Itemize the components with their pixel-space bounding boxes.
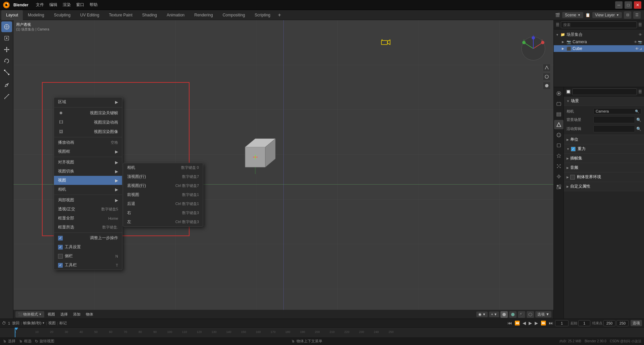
menu-item-play-animation[interactable]: 播放动画 空格 bbox=[54, 138, 122, 147]
tab-modeling[interactable]: Modeling bbox=[23, 10, 49, 20]
menu-item-render-keyframe[interactable]: ⏺ 视图渲染关键帧 bbox=[54, 108, 122, 118]
menu-item-perspective[interactable]: 透视/正交 数字键盘5 bbox=[54, 205, 122, 214]
maximize-btn[interactable]: □ bbox=[625, 1, 632, 9]
camera-eyedropper[interactable]: 🔍 bbox=[635, 110, 639, 113]
start-frame-input[interactable]: 1 bbox=[578, 320, 590, 326]
scene-selector[interactable]: Scene ▼ bbox=[562, 12, 583, 18]
end-frame-2[interactable]: 250 bbox=[616, 320, 629, 326]
menu-item-viewport-frame[interactable]: 视图框 ▶ bbox=[54, 147, 122, 156]
menu-edit[interactable]: 编辑 bbox=[47, 1, 60, 8]
scene-collection-vis[interactable]: 👁 bbox=[639, 33, 642, 37]
tab-uv-editing[interactable]: UV Editing bbox=[75, 10, 104, 20]
tool-move[interactable] bbox=[1, 44, 12, 55]
menu-help[interactable]: 帮助 bbox=[87, 1, 100, 8]
menu-item-render-image[interactable]: 🖼 视图渲染图像 bbox=[54, 127, 122, 136]
props-tab-object[interactable] bbox=[554, 141, 564, 150]
viewport[interactable]: 用户透视 (1) 场景集合 | Camera bbox=[13, 20, 553, 319]
active-clip-icon[interactable]: 🔍 bbox=[636, 127, 641, 131]
menu-item-camera[interactable]: 相机 ▶ bbox=[54, 185, 122, 194]
bg-scene-value[interactable] bbox=[593, 116, 635, 123]
tab-animation[interactable]: Animation bbox=[162, 10, 189, 20]
tab-scripting[interactable]: Scripting bbox=[250, 10, 275, 20]
submenu-bottom-view[interactable]: 底视图(行) Ctrl 数字键盘7 bbox=[123, 181, 203, 190]
active-clip-value[interactable] bbox=[593, 125, 635, 132]
filter-icon[interactable]: ☰ bbox=[633, 11, 641, 19]
markers-btn[interactable]: 标记 bbox=[59, 321, 67, 326]
menu-item-toolbar[interactable]: ✓ 工具栏 T bbox=[54, 261, 122, 270]
outliner-search[interactable] bbox=[561, 21, 637, 28]
submenu-right-view[interactable]: 右 数字键盘3 bbox=[123, 208, 203, 217]
props-tab-scene[interactable] bbox=[554, 120, 564, 129]
props-filter-btn[interactable]: ☰ bbox=[638, 89, 642, 94]
menu-file[interactable]: 文件 bbox=[33, 1, 47, 8]
viewport-menu-add[interactable]: 添加 bbox=[71, 311, 83, 318]
options-btn-timeline[interactable]: 选项 bbox=[631, 320, 642, 326]
rigid-world-checkbox[interactable] bbox=[570, 175, 575, 180]
menu-item-area[interactable]: 区域 ▶ bbox=[54, 97, 122, 107]
viewport-menu-object[interactable]: 物体 bbox=[84, 311, 95, 318]
rigid-world-header[interactable]: ▶ 刚体世界环境 bbox=[564, 172, 644, 182]
scene-section-header[interactable]: ▼ 场景 bbox=[564, 96, 644, 106]
tab-compositing[interactable]: Compositing bbox=[218, 10, 250, 20]
vp-local-view-btn[interactable] bbox=[543, 73, 551, 81]
tab-texture-paint[interactable]: Texture Paint bbox=[104, 10, 137, 20]
tool-scale[interactable] bbox=[1, 67, 12, 78]
props-tab-texture[interactable] bbox=[554, 182, 564, 192]
props-tab-output[interactable] bbox=[554, 99, 564, 109]
options-btn[interactable]: 选项 ▼ bbox=[535, 311, 551, 318]
gravity-header[interactable]: ▼ ✓ 重力 bbox=[564, 144, 644, 153]
cube-tree-vis[interactable]: 👁 bbox=[635, 47, 639, 51]
app-logo[interactable] bbox=[3, 1, 10, 9]
shading-material-btn[interactable] bbox=[509, 311, 517, 318]
frame-display[interactable]: 1 bbox=[555, 320, 569, 326]
menu-item-align-view[interactable]: 对齐视图 ▶ bbox=[54, 158, 122, 167]
vp-viewport-shading-solid[interactable] bbox=[543, 82, 551, 90]
custom-props-header[interactable]: ▶ 自定义属性 bbox=[564, 182, 644, 191]
camera-prop-value[interactable]: Camera 🔍 bbox=[593, 108, 641, 114]
keying-sets-header[interactable]: ▶ 插帧集 bbox=[564, 154, 644, 163]
menu-item-sidebar[interactable]: 侧栏 N bbox=[54, 252, 122, 261]
viewport-gizmo-btn[interactable]: ⌖ ▼ bbox=[489, 312, 499, 317]
shading-eevee-btn[interactable] bbox=[527, 311, 534, 318]
timeline-frames[interactable]: 1 10 20 30 40 50 60 70 80 90 100 110 120… bbox=[0, 328, 644, 337]
menu-item-frame-all[interactable]: 框显全部 Home bbox=[54, 214, 122, 223]
viewport-menu-view[interactable]: 视图 bbox=[46, 311, 57, 318]
view-layer-selector[interactable]: View Layer ▼ bbox=[592, 12, 622, 18]
props-tab-modifier[interactable] bbox=[554, 151, 564, 160]
tool-measure[interactable] bbox=[1, 91, 12, 102]
tab-shading[interactable]: Shading bbox=[138, 10, 162, 20]
menu-item-frame-selected[interactable]: 框显所选 数字键盘. bbox=[54, 223, 122, 232]
submenu-front-view[interactable]: 前视图 数字键盘1 bbox=[123, 190, 203, 199]
submenu-left-view[interactable]: 左 Ctrl 数字键盘3 bbox=[123, 217, 203, 226]
menu-item-view[interactable]: 视图 ▶ bbox=[54, 176, 122, 185]
close-btn[interactable]: ✕ bbox=[634, 1, 641, 9]
playback-toggle-btn[interactable]: 放回 bbox=[12, 321, 19, 326]
jump-fwd-btn[interactable]: ⏩ bbox=[541, 321, 546, 326]
tool-rotate[interactable] bbox=[1, 56, 12, 66]
shading-solid-btn[interactable] bbox=[500, 311, 508, 318]
prev-frame-btn[interactable]: ◀ bbox=[523, 321, 526, 326]
units-header[interactable]: ▶ 单位 bbox=[564, 135, 644, 144]
shading-render-btn[interactable] bbox=[518, 311, 525, 318]
tool-select-box[interactable] bbox=[1, 33, 12, 44]
submenu-top-view[interactable]: 顶视图(行) 数字键盘7 bbox=[123, 172, 203, 181]
view-menu-btn[interactable]: 视图 bbox=[48, 321, 56, 326]
cube-filter-icon[interactable]: ⊿ bbox=[639, 47, 642, 51]
tab-layout[interactable]: Layout bbox=[1, 10, 23, 20]
mode-selector[interactable]: ⬛ 物体模式 ▼ bbox=[15, 311, 44, 318]
play-btn[interactable]: ▶ bbox=[529, 321, 532, 326]
submenu-back-view[interactable]: 后退 Ctrl 数字键盘1 bbox=[123, 199, 203, 208]
props-tab-physics[interactable] bbox=[554, 172, 564, 181]
camera-tree-render[interactable]: 📷 bbox=[638, 40, 642, 44]
minimize-btn[interactable]: ─ bbox=[615, 1, 623, 9]
props-tab-world[interactable] bbox=[554, 130, 564, 140]
menu-item-last-op[interactable]: ✓ 调整上一步操作 bbox=[54, 233, 122, 243]
tab-rendering[interactable]: Rendering bbox=[190, 10, 217, 20]
props-tab-view-layer[interactable] bbox=[554, 110, 564, 119]
tool-annotate[interactable] bbox=[1, 80, 12, 90]
fps-label-btn[interactable]: 帧像(帧/秒)▼ bbox=[23, 321, 45, 326]
menu-window[interactable]: 窗口 bbox=[73, 1, 87, 8]
tab-sculpting[interactable]: Sculpting bbox=[49, 10, 75, 20]
tree-item-scene-collection[interactable]: ▼ 📁 场景集合 👁 bbox=[554, 31, 644, 39]
gravity-checkbox[interactable]: ✓ bbox=[571, 147, 576, 151]
